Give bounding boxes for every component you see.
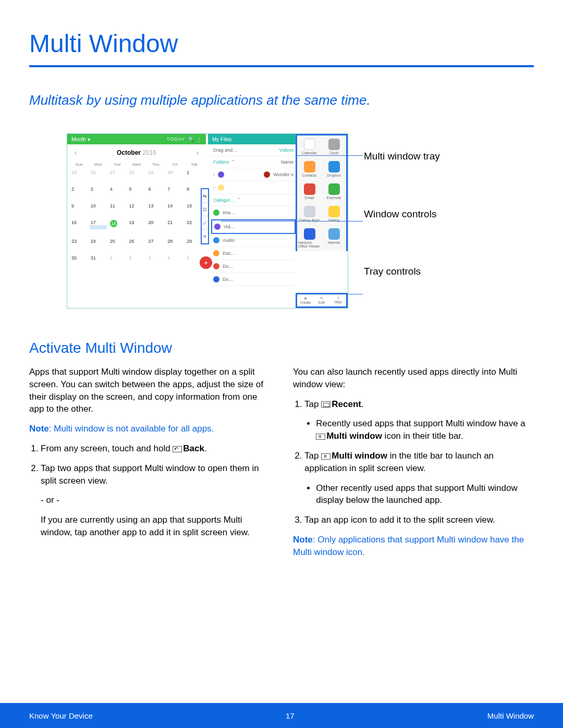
calendar-cell[interactable]: 28 — [127, 168, 146, 184]
calendar-cell[interactable]: 28 — [165, 237, 185, 253]
calendar-app-bar: Month ▾ TODAY 🔍 ⋮ — [67, 134, 206, 144]
section-heading: Activate Multi Window — [29, 340, 534, 356]
window-switch-icon[interactable]: ⇆ — [202, 189, 208, 203]
calendar-grid: Sun Mon Tue Wed Thu Fri Sat 25 26 27 28 … — [67, 161, 206, 272]
calendar-day-header: Sun — [69, 161, 89, 168]
leader-line — [297, 294, 363, 294]
calendar-cell[interactable]: 20 — [146, 218, 165, 237]
tray-app[interactable]: Internet — [322, 225, 346, 251]
calendar-today-button[interactable]: TODAY — [167, 137, 185, 142]
calendar-day-header: Sat — [185, 161, 204, 168]
tray-app[interactable]: Hancom Office Viewer — [297, 225, 322, 251]
calendar-cell[interactable]: 3 — [89, 184, 108, 201]
tray-help-button[interactable]: ?Help — [330, 294, 346, 306]
calendar-cell[interactable]: 26 — [127, 237, 146, 253]
tray-create-button[interactable]: ⊕Create — [297, 294, 313, 306]
calendar-cell[interactable]: 7 — [165, 184, 185, 201]
calendar-cell[interactable]: 9 — [69, 201, 89, 218]
calendar-cell[interactable]: 11 — [108, 201, 127, 218]
tray-app[interactable]: Galaxy Apps — [297, 203, 322, 225]
calendar-view-dropdown[interactable]: Month ▾ — [71, 137, 90, 142]
menu-icon[interactable]: ⋮ — [197, 137, 202, 142]
window-close-icon[interactable]: ✕ — [202, 230, 208, 243]
list-item: Recently used apps that support Multi wi… — [316, 417, 534, 442]
chevron-right-icon[interactable]: › — [213, 185, 215, 190]
calendar-cell-today[interactable]: 18 — [108, 218, 127, 237]
note: Note: Only applications that support Mul… — [293, 534, 534, 559]
calendar-cell[interactable]: 13 — [146, 201, 165, 218]
callout-tray: Multi window tray — [364, 150, 440, 163]
tray-app[interactable]: Evernote — [322, 180, 346, 203]
calendar-cell[interactable]: 27 — [108, 168, 127, 184]
calendar-cell[interactable]: 29 — [146, 168, 165, 184]
calendar-cell[interactable]: 1 — [185, 168, 204, 184]
calendar-add-button[interactable]: + — [200, 256, 212, 269]
tray-app[interactable]: Calendar — [297, 135, 322, 158]
calendar-cell[interactable]: 2 — [69, 184, 89, 201]
calendar-cell[interactable]: 4 — [108, 184, 127, 201]
window-drag-icon[interactable]: ⊡ — [202, 203, 208, 216]
list-item: Tap Recent. Recently used apps that supp… — [304, 398, 534, 442]
back-icon — [173, 446, 182, 452]
calendar-cell[interactable]: 23 — [69, 237, 89, 253]
files-categories-label[interactable]: Categor… — [213, 198, 235, 203]
myfiles-panel: Drag and…Videos Folders ˄Name ›Wonder o … — [211, 144, 296, 286]
tray-app[interactable]: Contacts — [297, 158, 322, 180]
paragraph: You can also launch recently used apps d… — [293, 366, 534, 391]
file-item[interactable]: Ima… — [223, 210, 235, 215]
calendar-cell[interactable]: 2 — [127, 253, 146, 270]
calendar-cell[interactable]: 16 — [69, 218, 89, 237]
calendar-cell[interactable]: 6 — [146, 184, 165, 201]
calendar-cell[interactable]: 24 — [89, 237, 108, 253]
calendar-cell[interactable]: 25 — [69, 168, 89, 184]
calendar-cell[interactable]: 3 — [146, 253, 165, 270]
tray-app[interactable]: Gallery — [322, 203, 346, 225]
calendar-next-icon[interactable]: › — [197, 149, 199, 156]
search-icon[interactable]: 🔍 — [188, 137, 194, 142]
calendar-cell[interactable]: 25 — [108, 237, 127, 253]
calendar-day-header: Thu — [146, 161, 165, 168]
files-videos-link[interactable]: Videos — [279, 147, 293, 153]
recent-icon — [321, 401, 331, 408]
list-item: Tap two apps that support Multi window t… — [41, 462, 270, 539]
multi-window-icon — [316, 434, 325, 440]
file-item[interactable]: Do… — [223, 277, 234, 282]
window-maximize-icon[interactable]: ⤢ — [202, 216, 208, 230]
files-folders-label[interactable]: Folders — [213, 159, 229, 165]
file-item[interactable]: Audio — [223, 238, 235, 243]
calendar-cell[interactable]: 17 — [89, 218, 108, 237]
calendar-cell[interactable]: 26 — [89, 168, 108, 184]
file-item[interactable]: Do… — [223, 264, 234, 269]
calendar-cell[interactable]: 31 — [89, 253, 108, 270]
calendar-cell[interactable]: 12 — [127, 201, 146, 218]
calendar-cell[interactable]: 14 — [165, 201, 185, 218]
calendar-cell[interactable]: 21 — [165, 218, 185, 237]
calendar-cell[interactable]: 30 — [165, 168, 185, 184]
list-item: From any screen, touch and hold Back. — [41, 442, 270, 455]
calendar-prev-icon[interactable]: ‹ — [75, 149, 77, 156]
calendar-cell[interactable]: 5 — [127, 184, 146, 201]
calendar-cell[interactable]: 27 — [146, 237, 165, 253]
calendar-cell[interactable]: 30 — [69, 253, 89, 270]
calendar-cell[interactable]: 4 — [165, 253, 185, 270]
left-column: Apps that support Multi window display t… — [29, 366, 270, 566]
calendar-cell[interactable]: 1 — [108, 253, 127, 270]
tray-app[interactable]: Email — [297, 180, 322, 203]
file-item[interactable]: Doc… — [223, 251, 236, 256]
calendar-day-header: Fri — [165, 161, 185, 168]
multi-window-tray: Calendar Clock Contacts Dropbox Email Ev… — [296, 134, 348, 251]
chevron-right-icon[interactable]: › — [213, 172, 215, 177]
chevron-up-icon[interactable]: ˄ — [232, 159, 235, 165]
tray-app[interactable]: Dropbox — [322, 158, 346, 180]
chevron-up-icon[interactable]: ˄ — [238, 198, 240, 203]
tray-app[interactable]: Clock — [322, 135, 346, 158]
tray-edit-button[interactable]: ✎Edit — [313, 294, 329, 306]
file-item[interactable]: Vid… — [224, 224, 235, 229]
paragraph: Apps that support Multi window display t… — [29, 366, 270, 415]
calendar-day-header: Mon — [89, 161, 108, 168]
content-columns: Apps that support Multi window display t… — [29, 366, 534, 566]
calendar-cell[interactable]: 10 — [89, 201, 108, 218]
file-item[interactable]: Wonder o — [273, 172, 293, 177]
calendar-cell[interactable]: 19 — [127, 218, 146, 237]
create-icon: ⊕ — [304, 297, 307, 301]
